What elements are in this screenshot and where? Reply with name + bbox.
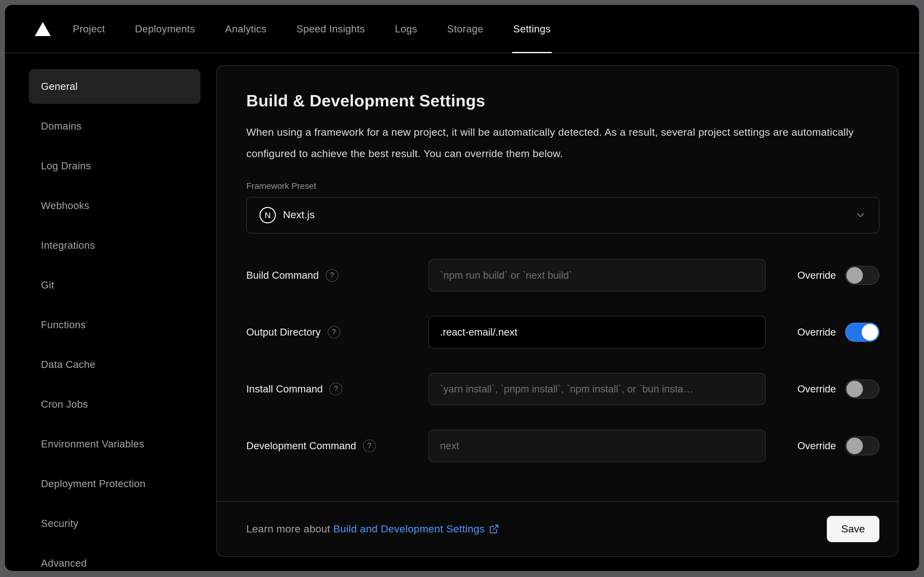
output-directory-label: Output Directory — [246, 326, 320, 338]
sidebar-item-data-cache[interactable]: Data Cache — [29, 347, 200, 382]
sidebar-item-webhooks[interactable]: Webhooks — [29, 188, 200, 223]
framework-preset-label: Framework Preset — [246, 181, 879, 190]
sidebar-item-git[interactable]: Git — [29, 268, 200, 303]
project-tabs: Project Deployments Analytics Speed Insi… — [73, 5, 551, 53]
tab-settings[interactable]: Settings — [514, 5, 551, 53]
sidebar-item-environment-variables[interactable]: Environment Variables — [29, 427, 200, 461]
sidebar-item-deployment-protection[interactable]: Deployment Protection — [29, 466, 200, 501]
chevron-down-icon — [854, 209, 866, 221]
override-label: Override — [797, 440, 836, 451]
development-command-input[interactable] — [428, 429, 766, 462]
docs-link[interactable]: Build and Development Settings — [333, 523, 500, 535]
card-body: Build & Development Settings When using … — [217, 66, 898, 501]
build-command-override-toggle[interactable] — [845, 266, 879, 285]
app-window: Project Deployments Analytics Speed Insi… — [5, 5, 919, 571]
toggle-knob — [847, 380, 863, 397]
sidebar-item-log-drains[interactable]: Log Drains — [29, 148, 200, 184]
development-command-override-toggle[interactable] — [845, 436, 879, 455]
sidebar-item-domains[interactable]: Domains — [29, 109, 200, 143]
install-command-label: Install Command — [246, 383, 323, 395]
help-icon[interactable]: ? — [327, 326, 340, 338]
external-link-icon — [489, 524, 500, 534]
help-icon[interactable]: ? — [330, 382, 343, 395]
card-footer: Learn more about Build and Development S… — [217, 501, 898, 556]
triangle-shape — [35, 22, 51, 36]
override-label: Override — [797, 326, 836, 338]
card-description: When using a framework for a new project… — [246, 122, 857, 165]
build-settings-card: Build & Development Settings When using … — [216, 65, 898, 557]
content-area: General Domains Log Drains Webhooks Inte… — [5, 53, 919, 571]
install-command-input[interactable] — [428, 372, 766, 405]
toggle-knob — [862, 324, 878, 340]
sidebar-item-advanced[interactable]: Advanced — [29, 546, 200, 571]
framework-preset-value: Next.js — [283, 209, 315, 221]
tab-analytics[interactable]: Analytics — [225, 5, 267, 53]
vercel-logo-icon[interactable] — [35, 22, 51, 36]
override-label: Override — [797, 383, 836, 395]
page-title: Build & Development Settings — [246, 92, 879, 111]
install-command-override-toggle[interactable] — [845, 379, 879, 398]
build-command-input[interactable] — [428, 259, 766, 291]
help-icon[interactable]: ? — [363, 439, 376, 452]
sidebar-item-integrations[interactable]: Integrations — [29, 228, 200, 263]
save-button[interactable]: Save — [827, 516, 879, 542]
sidebar-item-security[interactable]: Security — [29, 506, 200, 541]
tab-speed-insights[interactable]: Speed Insights — [296, 5, 365, 53]
learn-more-prefix: Learn more about — [246, 523, 333, 535]
screen: Project Deployments Analytics Speed Insi… — [0, 0, 924, 577]
tab-project[interactable]: Project — [73, 5, 105, 53]
tab-storage[interactable]: Storage — [447, 5, 483, 53]
development-command-label: Development Command — [246, 440, 356, 451]
development-command-row: Development Command ? Override — [246, 429, 879, 462]
help-icon[interactable]: ? — [325, 269, 338, 282]
main-panel: Build & Development Settings When using … — [206, 53, 919, 571]
tab-logs[interactable]: Logs — [395, 5, 417, 53]
sidebar-item-functions[interactable]: Functions — [29, 308, 200, 342]
output-directory-override-toggle[interactable] — [845, 322, 879, 342]
command-rows: Build Command ? Override — [246, 259, 879, 462]
build-command-label: Build Command — [246, 269, 319, 281]
sidebar-item-general[interactable]: General — [29, 69, 200, 104]
install-command-row: Install Command ? Override — [246, 372, 879, 405]
build-command-row: Build Command ? Override — [246, 259, 879, 291]
sidebar-item-cron-jobs[interactable]: Cron Jobs — [29, 387, 200, 422]
output-directory-input[interactable] — [428, 316, 766, 348]
nextjs-icon: N — [259, 206, 276, 223]
settings-sidebar: General Domains Log Drains Webhooks Inte… — [5, 53, 206, 571]
framework-preset-select[interactable]: N Next.js — [246, 197, 879, 233]
toggle-knob — [847, 267, 863, 283]
learn-more-text: Learn more about Build and Development S… — [246, 523, 500, 535]
override-label: Override — [797, 269, 836, 281]
top-navbar: Project Deployments Analytics Speed Insi… — [5, 5, 919, 53]
tab-deployments[interactable]: Deployments — [135, 5, 195, 53]
nextjs-glyph: N — [265, 210, 271, 220]
toggle-knob — [847, 437, 863, 454]
output-directory-row: Output Directory ? Override — [246, 316, 879, 348]
docs-link-label: Build and Development Settings — [333, 523, 485, 535]
